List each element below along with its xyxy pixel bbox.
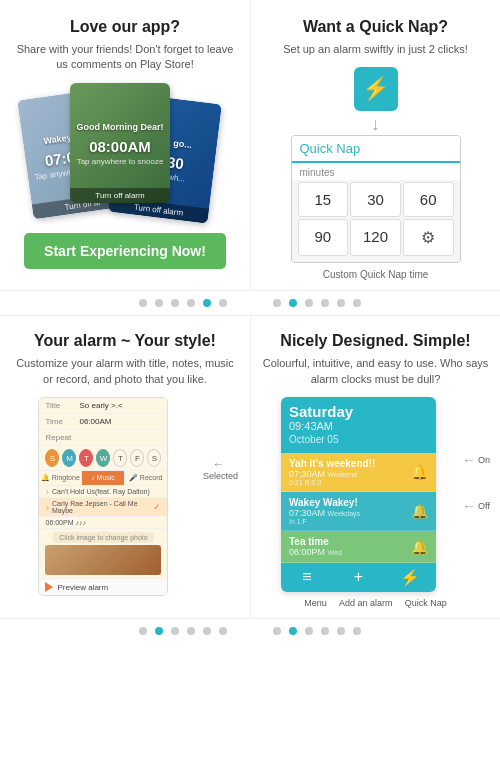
nicely-designed-title: Nicely Designed. Simple!: [261, 332, 490, 350]
off-label: Off: [478, 501, 490, 511]
menu-button[interactable]: ≡: [281, 568, 333, 587]
dot: [337, 627, 345, 635]
alarm-style-title: Your alarm ~ Your style!: [12, 332, 238, 350]
nap-option-120[interactable]: 120: [350, 219, 401, 256]
alarm-name-3: Tea time: [289, 536, 407, 547]
app-day: Saturday: [289, 403, 428, 420]
day-wed[interactable]: W: [96, 449, 110, 467]
dots-right-1: [273, 299, 361, 307]
alarm-item-3[interactable]: Tea time 06:00PM Wed 🔔: [281, 531, 436, 563]
nap-option-15[interactable]: 15: [298, 182, 349, 217]
dots-row-1: [0, 291, 500, 316]
alarm-cards-display: Wakey Wakey 07:05AM Tap anywhere to snoo…: [25, 83, 225, 223]
alarm-bell-icon-1: 🔔: [411, 464, 428, 480]
app-time: 09:43AM: [289, 420, 428, 432]
song-time: 06:00PM ♪♪♪: [45, 519, 85, 526]
alarm-item-1[interactable]: Yah it's weekend!! 07:30AM Weekend 0:21 …: [281, 453, 436, 492]
mock-repeat-row: Repeat: [39, 430, 167, 446]
change-photo-btn[interactable]: Click image to change photo: [53, 532, 153, 543]
dot: [219, 299, 227, 307]
dot: [337, 299, 345, 307]
day-mon[interactable]: M: [62, 449, 76, 467]
dot: [155, 299, 163, 307]
alarm-extra-2: In 1:F: [289, 518, 407, 525]
alarm-tag-3: Wed: [328, 549, 342, 556]
dot: [171, 627, 179, 635]
nap-custom-button[interactable]: ⚙: [403, 219, 454, 256]
mock-preview-row[interactable]: Preview alarm: [39, 579, 167, 595]
song-row-1[interactable]: ♪ Can't Hold Us(feat. Ray Dalton): [39, 486, 167, 498]
nicely-wrapper: Saturday 09:43AM October 05 Yah it's wee…: [261, 397, 490, 592]
alarm-app-mockup: Saturday 09:43AM October 05 Yah it's wee…: [281, 397, 436, 592]
day-sat[interactable]: S: [147, 449, 161, 467]
photo-thumbnail: [45, 545, 161, 575]
quick-nap-label-bottom: Quick Nap: [405, 598, 447, 608]
card2-tap: Tap anywhere to snooze: [77, 157, 164, 166]
alarm-time-1: 07:30AM Weekend: [289, 469, 407, 479]
dot: [305, 627, 313, 635]
check-icon: ✓: [153, 502, 161, 512]
card2-greeting: Good Morning Dear!: [73, 120, 168, 134]
song-name-2: Carly Rae Jepsen - Call Me Maybe: [52, 500, 154, 514]
selected-arrow-wrap: ← Selected: [199, 457, 238, 481]
on-label: On: [478, 455, 490, 465]
custom-nap-label: Custom Quick Nap time: [263, 269, 488, 280]
dot: [171, 299, 179, 307]
tab-record[interactable]: 🎤 Record: [125, 471, 168, 485]
style-mockup-wrapper: Title So early >.< Time 06:00AM Repeat S…: [12, 397, 238, 596]
mock-title-label: Title: [45, 401, 79, 410]
song-row-2[interactable]: ♪ Carly Rae Jepsen - Call Me Maybe ✓: [39, 498, 167, 517]
tab-ringtone[interactable]: 🔔 Ringtone: [39, 471, 82, 485]
alarm-info-1: Yah it's weekend!! 07:30AM Weekend 0:21 …: [289, 458, 407, 486]
alarm-item-2[interactable]: Wakey Wakey! 07:30AM Weekdays In 1:F 🔔: [281, 492, 436, 531]
card2-bottom: Turn off alarm: [70, 188, 170, 203]
add-alarm-label: Add an alarm: [339, 598, 393, 608]
start-experiencing-button[interactable]: Start Experiencing Now!: [24, 233, 226, 269]
love-app-title: Love our app?: [16, 18, 234, 36]
day-fri[interactable]: F: [130, 449, 144, 467]
mock-time-label: Time: [45, 417, 79, 426]
add-alarm-button[interactable]: +: [333, 568, 385, 587]
selected-arrow: ←: [212, 457, 224, 471]
nap-option-60[interactable]: 60: [403, 182, 454, 217]
mock-time-row: Time 06:00AM: [39, 414, 167, 430]
on-wrap: ← On: [462, 452, 490, 468]
dot-active[interactable]: [289, 627, 297, 635]
dot-active[interactable]: [203, 299, 211, 307]
card2-time: 08:00AM: [89, 138, 151, 155]
quick-nap-section: Want a Quick Nap? Set up an alarm swiftl…: [250, 0, 500, 291]
alarm-style-subtitle: Customize your alarm with title, notes, …: [12, 356, 238, 387]
day-sun[interactable]: S: [45, 449, 59, 467]
selected-label: Selected: [203, 471, 238, 481]
dots-left-2: [139, 627, 227, 635]
song-name-1: Can't Hold Us(feat. Ray Dalton): [52, 488, 150, 495]
dot: [187, 627, 195, 635]
dot: [321, 299, 329, 307]
dot-active[interactable]: [289, 299, 297, 307]
alarm-tag-1: Weekend: [328, 471, 357, 478]
quick-nap-subtitle: Set up an alarm swiftly in just 2 clicks…: [263, 42, 488, 57]
dot: [273, 627, 281, 635]
arrow-down-icon: ↓: [263, 115, 488, 133]
menu-label: Menu: [304, 598, 327, 608]
alarm-style-section: Your alarm ~ Your style! Customize your …: [0, 316, 250, 619]
dot-active[interactable]: [155, 627, 163, 635]
tab-music[interactable]: ♪ Music: [82, 471, 125, 485]
day-tue[interactable]: T: [79, 449, 93, 467]
mock-tabs-row: 🔔 Ringtone ♪ Music 🎤 Record: [39, 471, 167, 486]
mock-photo-box: Click image to change photo: [39, 529, 167, 579]
alarm-name-2: Wakey Wakey!: [289, 497, 407, 508]
quick-nap-button[interactable]: ⚡: [384, 568, 436, 587]
alarm-phone-mockup: Title So early >.< Time 06:00AM Repeat S…: [38, 397, 168, 596]
nap-option-90[interactable]: 90: [298, 219, 349, 256]
alarm-bell-icon-3: 🔔: [411, 539, 428, 555]
song-row-3: 06:00PM ♪♪♪: [39, 517, 167, 529]
love-app-section: Love our app? Share with your friends! D…: [0, 0, 250, 291]
day-thu[interactable]: T: [113, 449, 127, 467]
nap-option-30[interactable]: 30: [350, 182, 401, 217]
note-icon-2: ♪: [45, 504, 49, 511]
dot: [139, 299, 147, 307]
arrow-off: ←: [462, 498, 476, 514]
alarm-time-3: 06:00PM Wed: [289, 547, 407, 557]
alarm-info-2: Wakey Wakey! 07:30AM Weekdays In 1:F: [289, 497, 407, 525]
